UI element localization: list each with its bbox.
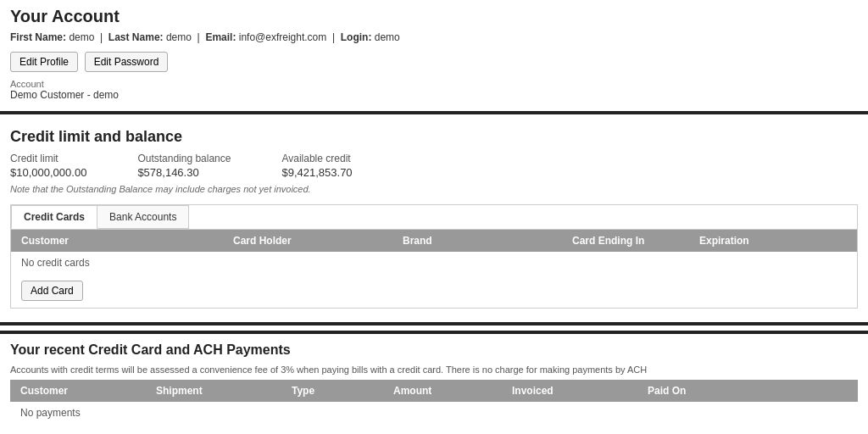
- tab-credit-cards[interactable]: Credit Cards: [11, 205, 97, 229]
- first-name-value: demo: [69, 31, 94, 43]
- tab-bank-accounts[interactable]: Bank Accounts: [97, 205, 189, 229]
- col-expiration: Expiration: [696, 235, 798, 247]
- pay-col-paid-on: Paid On: [644, 385, 851, 397]
- credit-note: Note that the Outstanding Balance may in…: [10, 184, 858, 194]
- no-credit-cards-message: No credit cards: [11, 252, 857, 274]
- edit-password-button[interactable]: Edit Password: [85, 52, 169, 72]
- credit-section: Credit limit and balance Credit limit $1…: [0, 120, 868, 317]
- available-label: Available credit: [281, 153, 352, 164]
- payments-section-title: Your recent Credit Card and ACH Payments: [10, 342, 858, 358]
- account-label: Account: [0, 77, 868, 89]
- pay-col-amount: Amount: [390, 385, 509, 397]
- user-info: First Name: demo | Last Name: demo | Ema…: [0, 30, 868, 48]
- email-label: Email:: [205, 31, 236, 43]
- page-title: Your Account: [0, 0, 868, 30]
- add-card-row: Add Card: [11, 274, 857, 308]
- available-value: $9,421,853.70: [281, 166, 352, 179]
- outstanding-label: Outstanding balance: [137, 153, 231, 164]
- account-name: Demo Customer - demo: [0, 89, 868, 106]
- payments-section: Your recent Credit Card and ACH Payments…: [0, 331, 868, 432]
- credit-limit-value: $10,000,000.00: [10, 166, 86, 179]
- cc-table-header: Customer Card Holder Brand Card Ending I…: [11, 230, 857, 252]
- profile-buttons: Edit Profile Edit Password: [0, 48, 868, 77]
- col-cardholder: Card Holder: [230, 235, 399, 247]
- available-credit-item: Available credit $9,421,853.70: [281, 153, 352, 179]
- payments-note: Accounts with credit terms will be asses…: [10, 364, 858, 375]
- outstanding-value: $578,146.30: [137, 166, 231, 179]
- col-brand: Brand: [399, 235, 569, 247]
- col-card-ending: Card Ending In: [569, 235, 696, 247]
- outstanding-balance-item: Outstanding balance $578,146.30: [137, 153, 231, 179]
- top-divider: [0, 111, 868, 114]
- pay-col-type: Type: [288, 385, 390, 397]
- pay-col-invoiced: Invoiced: [509, 385, 644, 397]
- edit-profile-button[interactable]: Edit Profile: [10, 52, 78, 72]
- login-value: demo: [375, 31, 400, 43]
- pay-col-customer: Customer: [17, 385, 153, 397]
- add-card-button[interactable]: Add Card: [21, 281, 83, 301]
- col-customer: Customer: [18, 235, 230, 247]
- payments-table-header: Customer Shipment Type Amount Invoiced P…: [10, 380, 858, 402]
- pay-col-shipment: Shipment: [153, 385, 288, 397]
- credit-section-title: Credit limit and balance: [10, 128, 858, 146]
- last-name-label: Last Name:: [108, 31, 164, 43]
- no-payments-message: No payments: [10, 402, 858, 424]
- first-name-label: First Name:: [10, 31, 66, 43]
- tabs-header: Credit Cards Bank Accounts: [11, 205, 857, 230]
- credit-limit-label: Credit limit: [10, 153, 86, 164]
- middle-divider: [0, 322, 868, 326]
- payment-tabs-container: Credit Cards Bank Accounts Customer Card…: [10, 204, 858, 309]
- email-value: info@exfreight.com: [239, 31, 327, 43]
- last-name-value: demo: [166, 31, 192, 43]
- login-label: Login:: [341, 31, 372, 43]
- credit-limit-item: Credit limit $10,000,000.00: [10, 153, 86, 179]
- credit-info-row: Credit limit $10,000,000.00 Outstanding …: [10, 153, 858, 179]
